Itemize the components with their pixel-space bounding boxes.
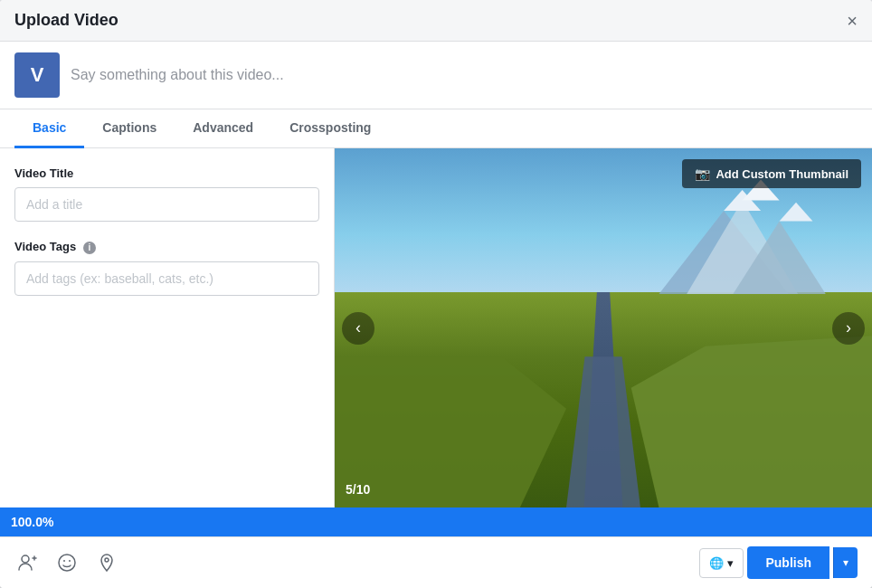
footer-right: 🌐 ▾ Publish ▾ bbox=[699, 546, 858, 579]
video-title-label: Video Title bbox=[14, 166, 319, 180]
progress-bar: 100.0% bbox=[0, 507, 872, 536]
video-title-input[interactable] bbox=[14, 187, 319, 222]
add-thumbnail-button[interactable]: 📷 Add Custom Thumbnail bbox=[682, 159, 861, 188]
video-preview-panel: 📷 Add Custom Thumbnail ‹ › 5/10 bbox=[335, 148, 872, 507]
audience-dropdown-arrow: ▾ bbox=[727, 556, 734, 570]
globe-icon: 🌐 bbox=[709, 556, 724, 570]
tab-basic[interactable]: Basic bbox=[14, 109, 84, 148]
upload-video-modal: Upload Video × V Basic Captions Advanced… bbox=[0, 0, 872, 588]
video-tags-group: Video Tags i bbox=[14, 240, 319, 296]
footer-left bbox=[14, 550, 119, 575]
svg-point-13 bbox=[63, 560, 65, 562]
video-title-group: Video Title bbox=[14, 166, 319, 222]
tab-advanced[interactable]: Advanced bbox=[175, 109, 271, 148]
video-tags-label: Video Tags i bbox=[14, 240, 319, 254]
footer: 🌐 ▾ Publish ▾ bbox=[0, 536, 872, 588]
emoji-icon[interactable] bbox=[54, 550, 80, 575]
svg-point-12 bbox=[59, 555, 75, 571]
tag-people-icon[interactable] bbox=[14, 550, 40, 575]
svg-point-15 bbox=[105, 558, 109, 562]
location-icon[interactable] bbox=[94, 550, 119, 575]
publish-button[interactable]: Publish bbox=[747, 546, 829, 579]
video-tags-input[interactable] bbox=[14, 261, 319, 296]
status-input[interactable] bbox=[71, 67, 858, 83]
prev-slide-button[interactable]: ‹ bbox=[342, 312, 374, 345]
close-button[interactable]: × bbox=[847, 12, 858, 30]
publish-dropdown-button[interactable]: ▾ bbox=[833, 547, 858, 578]
svg-point-9 bbox=[22, 555, 29, 563]
left-panel: Video Title Video Tags i bbox=[0, 148, 335, 507]
modal-header: Upload Video × bbox=[0, 0, 872, 42]
modal-title: Upload Video bbox=[14, 11, 118, 30]
status-bar: V bbox=[0, 42, 872, 109]
svg-marker-8 bbox=[566, 356, 640, 507]
tab-captions[interactable]: Captions bbox=[84, 109, 175, 148]
tags-info-icon[interactable]: i bbox=[83, 242, 96, 254]
next-slide-button[interactable]: › bbox=[832, 312, 865, 345]
slide-counter: 5/10 bbox=[346, 482, 370, 497]
tabs-bar: Basic Captions Advanced Crossposting bbox=[0, 109, 872, 148]
mountain-svg bbox=[335, 148, 872, 507]
svg-point-14 bbox=[69, 560, 71, 562]
video-scene bbox=[335, 148, 872, 507]
tab-crossposting[interactable]: Crossposting bbox=[271, 109, 389, 148]
main-content: Video Title Video Tags i bbox=[0, 148, 872, 507]
progress-text: 100.0% bbox=[11, 515, 53, 529]
svg-marker-5 bbox=[780, 203, 813, 222]
camera-icon: 📷 bbox=[695, 166, 710, 181]
svg-marker-7 bbox=[631, 336, 872, 507]
avatar: V bbox=[14, 52, 60, 98]
audience-selector[interactable]: 🌐 ▾ bbox=[699, 548, 744, 578]
